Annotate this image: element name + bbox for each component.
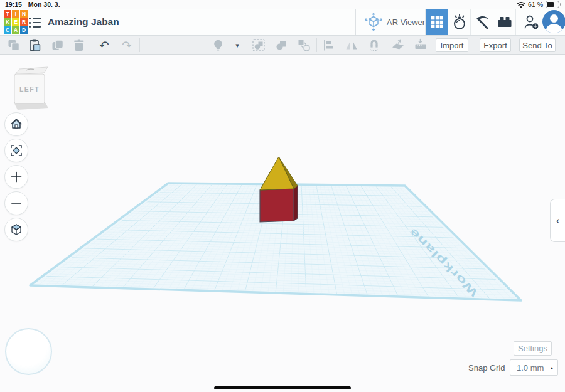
workplane-tool-button[interactable] [389, 37, 407, 53]
send-to-button[interactable]: Send To [519, 38, 556, 52]
ruler-tool-icon [413, 38, 428, 53]
mirror-icon [344, 38, 359, 53]
logo-letter: K [4, 18, 11, 26]
paste-button[interactable] [26, 37, 44, 53]
zoom-out-icon [9, 196, 23, 210]
select-caret-icon: ▴ [551, 365, 557, 371]
viewcube[interactable]: LEFT [6, 64, 56, 115]
export-button[interactable]: Export [480, 38, 511, 52]
lego-brick-icon [497, 14, 513, 29]
ungroup-all-icon [296, 38, 311, 53]
workplane[interactable] [30, 183, 521, 300]
fit-view-button[interactable] [4, 139, 28, 162]
align-button[interactable] [320, 37, 338, 53]
logo-letter: T [4, 10, 11, 18]
light-preset-dropdown[interactable]: ▾ [231, 37, 244, 53]
logo-letter: N [20, 10, 28, 18]
ungroup-button[interactable] [272, 37, 290, 53]
avatar-head [550, 14, 558, 23]
wifi-icon [517, 1, 525, 8]
3d-viewport[interactable]: Workplane [0, 0, 565, 392]
redo-icon: ↷ [122, 40, 132, 51]
collaborate-button[interactable] [522, 13, 540, 31]
snap-grid-value: 1.0 mm [510, 363, 551, 373]
workplane-label: Workplane [407, 226, 480, 299]
home-icon [9, 117, 23, 131]
logo-letter: I [12, 10, 19, 18]
group-icon [251, 38, 266, 53]
dropdown-caret-icon: ▾ [235, 42, 239, 49]
workplane-tool-icon [390, 38, 406, 53]
home-view-button[interactable] [4, 112, 28, 136]
panel-collapse-tab[interactable]: ‹ [550, 199, 565, 242]
lightbulb-icon [211, 38, 226, 53]
perspective-toggle-button[interactable] [4, 218, 28, 241]
undo-button[interactable]: ↶ [95, 37, 113, 53]
viewcube-face-label: LEFT [19, 85, 40, 93]
orbit-joystick[interactable] [5, 328, 52, 375]
tinkercad-logo[interactable]: TINKERCAD [4, 10, 28, 34]
app-header: TINKERCAD Amazing Jaban AR Viewer [0, 9, 565, 36]
logo-letter: D [20, 26, 28, 34]
ar-cube-icon [364, 13, 383, 31]
logo-letter: C [4, 26, 11, 34]
ruler-tool-button[interactable] [412, 37, 429, 53]
design-title[interactable]: Amazing Jaban [48, 16, 119, 28]
group-button[interactable] [250, 37, 267, 53]
snap-grid-select[interactable]: 1.0 mm ▴ [510, 359, 558, 376]
blocks-grid-button[interactable] [426, 9, 448, 35]
ungroup-all-button[interactable] [295, 37, 313, 53]
edit-toolbar: ↶ ↷ ▾ [0, 36, 565, 55]
minecraft-pickaxe-icon [473, 13, 491, 31]
ar-viewer-button[interactable]: AR Viewer [359, 9, 430, 35]
add-person-icon [522, 13, 540, 31]
zoom-out-button[interactable] [4, 191, 28, 215]
logo-letter: A [12, 26, 19, 34]
light-preset-button[interactable] [210, 37, 227, 53]
snap-grid-label: Snap Grid [468, 363, 505, 373]
sim-lab-button[interactable] [448, 9, 471, 35]
header-divider [355, 9, 356, 35]
ar-viewer-label: AR Viewer [387, 18, 425, 27]
duplicate-icon [50, 38, 65, 53]
fit-view-icon [9, 144, 23, 157]
header-mode-group [425, 9, 516, 35]
delete-button[interactable] [70, 37, 88, 53]
viewcube-top-face[interactable] [15, 67, 48, 75]
user-avatar[interactable] [542, 10, 565, 33]
avatar-body [546, 24, 562, 33]
tinkercad-app: Workplane 19:15 Mon 30. 3. 61 % TINKERCA… [0, 0, 565, 392]
undo-icon: ↶ [99, 40, 109, 51]
zoom-in-button[interactable] [4, 165, 28, 189]
trash-icon [72, 38, 87, 53]
copy-button[interactable] [5, 37, 23, 53]
pyramid-shape[interactable] [260, 157, 294, 190]
clock-time: 19:15 [5, 1, 22, 8]
mirror-button[interactable] [343, 37, 360, 53]
minecraft-export-button[interactable] [471, 9, 493, 35]
redo-button[interactable]: ↷ [118, 37, 136, 53]
copy-icon [6, 38, 21, 53]
design-menu-icon[interactable] [29, 16, 43, 29]
clock-date: Mon 30. 3. [28, 1, 60, 8]
ungroup-icon [274, 38, 289, 53]
lego-export-button[interactable] [493, 9, 516, 35]
settings-button[interactable]: Settings [514, 341, 552, 356]
magnet-button[interactable] [365, 37, 383, 53]
zoom-in-icon [9, 170, 23, 184]
perspective-cube-icon [9, 223, 23, 236]
import-button[interactable]: Import [436, 38, 468, 52]
battery-percent: 61 % [528, 1, 543, 8]
logo-letter: R [20, 18, 28, 26]
pyramid-shape-side[interactable] [279, 157, 298, 189]
box-shape-side[interactable] [294, 186, 298, 221]
stopwatch-icon [451, 13, 468, 31]
duplicate-button[interactable] [49, 37, 67, 53]
chevron-left-icon: ‹ [556, 215, 560, 227]
battery-icon [546, 1, 561, 8]
logo-letter: E [12, 18, 19, 26]
paste-icon [28, 38, 43, 53]
ios-home-indicator[interactable] [214, 386, 351, 389]
box-shape[interactable] [260, 189, 294, 222]
ios-status-bar: 19:15 Mon 30. 3. 61 % [0, 0, 565, 9]
